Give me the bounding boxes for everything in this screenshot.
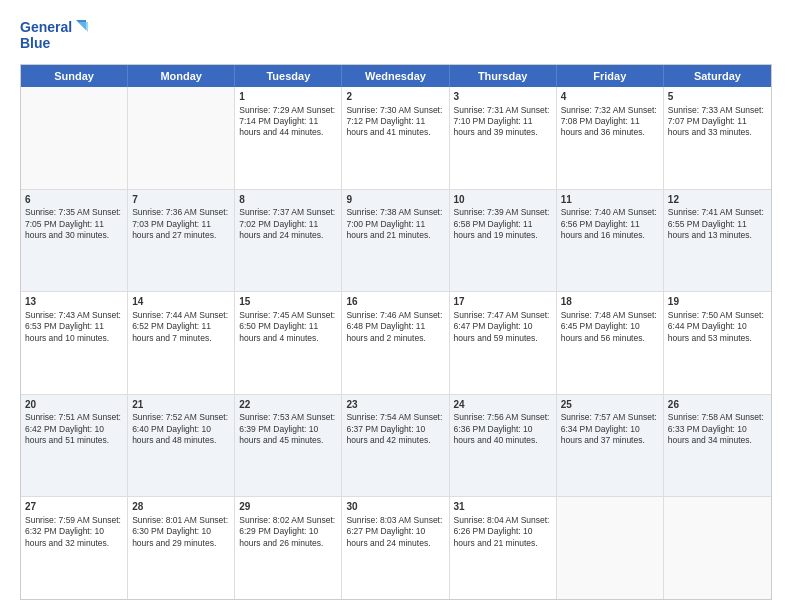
cal-cell: 3Sunrise: 7:31 AM Sunset: 7:10 PM Daylig… [450, 87, 557, 189]
cal-header-friday: Friday [557, 65, 664, 87]
logo: General Blue [20, 16, 90, 54]
day-number: 19 [668, 295, 767, 309]
day-info: Sunrise: 7:50 AM Sunset: 6:44 PM Dayligh… [668, 310, 767, 344]
day-number: 7 [132, 193, 230, 207]
cal-cell: 10Sunrise: 7:39 AM Sunset: 6:58 PM Dayli… [450, 190, 557, 292]
cal-cell: 8Sunrise: 7:37 AM Sunset: 7:02 PM Daylig… [235, 190, 342, 292]
day-number: 31 [454, 500, 552, 514]
cal-cell: 7Sunrise: 7:36 AM Sunset: 7:03 PM Daylig… [128, 190, 235, 292]
cal-cell: 12Sunrise: 7:41 AM Sunset: 6:55 PM Dayli… [664, 190, 771, 292]
day-number: 25 [561, 398, 659, 412]
day-info: Sunrise: 7:53 AM Sunset: 6:39 PM Dayligh… [239, 412, 337, 446]
day-number: 18 [561, 295, 659, 309]
cal-cell: 11Sunrise: 7:40 AM Sunset: 6:56 PM Dayli… [557, 190, 664, 292]
day-info: Sunrise: 7:39 AM Sunset: 6:58 PM Dayligh… [454, 207, 552, 241]
cal-header-monday: Monday [128, 65, 235, 87]
cal-cell: 20Sunrise: 7:51 AM Sunset: 6:42 PM Dayli… [21, 395, 128, 497]
day-info: Sunrise: 7:33 AM Sunset: 7:07 PM Dayligh… [668, 105, 767, 139]
day-number: 5 [668, 90, 767, 104]
cal-cell: 18Sunrise: 7:48 AM Sunset: 6:45 PM Dayli… [557, 292, 664, 394]
day-info: Sunrise: 7:40 AM Sunset: 6:56 PM Dayligh… [561, 207, 659, 241]
day-info: Sunrise: 7:35 AM Sunset: 7:05 PM Dayligh… [25, 207, 123, 241]
cal-cell: 27Sunrise: 7:59 AM Sunset: 6:32 PM Dayli… [21, 497, 128, 599]
cal-cell: 26Sunrise: 7:58 AM Sunset: 6:33 PM Dayli… [664, 395, 771, 497]
day-number: 8 [239, 193, 337, 207]
day-number: 13 [25, 295, 123, 309]
day-number: 28 [132, 500, 230, 514]
cal-cell: 15Sunrise: 7:45 AM Sunset: 6:50 PM Dayli… [235, 292, 342, 394]
cal-cell: 2Sunrise: 7:30 AM Sunset: 7:12 PM Daylig… [342, 87, 449, 189]
day-number: 6 [25, 193, 123, 207]
cal-cell: 22Sunrise: 7:53 AM Sunset: 6:39 PM Dayli… [235, 395, 342, 497]
cal-cell: 1Sunrise: 7:29 AM Sunset: 7:14 PM Daylig… [235, 87, 342, 189]
day-info: Sunrise: 7:43 AM Sunset: 6:53 PM Dayligh… [25, 310, 123, 344]
cal-cell: 13Sunrise: 7:43 AM Sunset: 6:53 PM Dayli… [21, 292, 128, 394]
day-info: Sunrise: 8:04 AM Sunset: 6:26 PM Dayligh… [454, 515, 552, 549]
day-info: Sunrise: 7:59 AM Sunset: 6:32 PM Dayligh… [25, 515, 123, 549]
day-number: 9 [346, 193, 444, 207]
day-number: 1 [239, 90, 337, 104]
day-info: Sunrise: 7:41 AM Sunset: 6:55 PM Dayligh… [668, 207, 767, 241]
day-info: Sunrise: 7:45 AM Sunset: 6:50 PM Dayligh… [239, 310, 337, 344]
day-info: Sunrise: 7:30 AM Sunset: 7:12 PM Dayligh… [346, 105, 444, 139]
day-info: Sunrise: 7:57 AM Sunset: 6:34 PM Dayligh… [561, 412, 659, 446]
day-number: 15 [239, 295, 337, 309]
cal-week-2: 6Sunrise: 7:35 AM Sunset: 7:05 PM Daylig… [21, 190, 771, 293]
day-number: 4 [561, 90, 659, 104]
cal-week-5: 27Sunrise: 7:59 AM Sunset: 6:32 PM Dayli… [21, 497, 771, 599]
svg-text:Blue: Blue [20, 35, 51, 51]
day-info: Sunrise: 7:32 AM Sunset: 7:08 PM Dayligh… [561, 105, 659, 139]
day-info: Sunrise: 7:46 AM Sunset: 6:48 PM Dayligh… [346, 310, 444, 344]
cal-cell: 21Sunrise: 7:52 AM Sunset: 6:40 PM Dayli… [128, 395, 235, 497]
page-header: General Blue [20, 16, 772, 54]
day-info: Sunrise: 7:44 AM Sunset: 6:52 PM Dayligh… [132, 310, 230, 344]
cal-header-saturday: Saturday [664, 65, 771, 87]
cal-cell: 14Sunrise: 7:44 AM Sunset: 6:52 PM Dayli… [128, 292, 235, 394]
day-info: Sunrise: 7:48 AM Sunset: 6:45 PM Dayligh… [561, 310, 659, 344]
cal-cell: 23Sunrise: 7:54 AM Sunset: 6:37 PM Dayli… [342, 395, 449, 497]
cal-header-sunday: Sunday [21, 65, 128, 87]
cal-cell: 31Sunrise: 8:04 AM Sunset: 6:26 PM Dayli… [450, 497, 557, 599]
cal-cell [128, 87, 235, 189]
cal-cell: 28Sunrise: 8:01 AM Sunset: 6:30 PM Dayli… [128, 497, 235, 599]
day-info: Sunrise: 8:01 AM Sunset: 6:30 PM Dayligh… [132, 515, 230, 549]
cal-week-3: 13Sunrise: 7:43 AM Sunset: 6:53 PM Dayli… [21, 292, 771, 395]
day-number: 23 [346, 398, 444, 412]
day-info: Sunrise: 7:52 AM Sunset: 6:40 PM Dayligh… [132, 412, 230, 446]
day-number: 16 [346, 295, 444, 309]
cal-week-1: 1Sunrise: 7:29 AM Sunset: 7:14 PM Daylig… [21, 87, 771, 190]
day-info: Sunrise: 7:56 AM Sunset: 6:36 PM Dayligh… [454, 412, 552, 446]
day-info: Sunrise: 7:54 AM Sunset: 6:37 PM Dayligh… [346, 412, 444, 446]
day-number: 30 [346, 500, 444, 514]
day-info: Sunrise: 7:37 AM Sunset: 7:02 PM Dayligh… [239, 207, 337, 241]
day-number: 21 [132, 398, 230, 412]
day-info: Sunrise: 7:47 AM Sunset: 6:47 PM Dayligh… [454, 310, 552, 344]
day-number: 11 [561, 193, 659, 207]
cal-cell [21, 87, 128, 189]
cal-cell [664, 497, 771, 599]
cal-cell: 4Sunrise: 7:32 AM Sunset: 7:08 PM Daylig… [557, 87, 664, 189]
day-number: 17 [454, 295, 552, 309]
day-info: Sunrise: 7:36 AM Sunset: 7:03 PM Dayligh… [132, 207, 230, 241]
day-number: 20 [25, 398, 123, 412]
cal-cell: 19Sunrise: 7:50 AM Sunset: 6:44 PM Dayli… [664, 292, 771, 394]
svg-marker-3 [78, 22, 88, 32]
cal-cell: 24Sunrise: 7:56 AM Sunset: 6:36 PM Dayli… [450, 395, 557, 497]
day-number: 26 [668, 398, 767, 412]
cal-cell [557, 497, 664, 599]
day-number: 24 [454, 398, 552, 412]
day-number: 14 [132, 295, 230, 309]
day-number: 29 [239, 500, 337, 514]
day-number: 2 [346, 90, 444, 104]
svg-text:General: General [20, 19, 72, 35]
day-info: Sunrise: 7:29 AM Sunset: 7:14 PM Dayligh… [239, 105, 337, 139]
cal-cell: 17Sunrise: 7:47 AM Sunset: 6:47 PM Dayli… [450, 292, 557, 394]
logo-icon: General Blue [20, 16, 90, 54]
calendar-body: 1Sunrise: 7:29 AM Sunset: 7:14 PM Daylig… [21, 87, 771, 599]
calendar: SundayMondayTuesdayWednesdayThursdayFrid… [20, 64, 772, 600]
day-number: 22 [239, 398, 337, 412]
cal-cell: 9Sunrise: 7:38 AM Sunset: 7:00 PM Daylig… [342, 190, 449, 292]
cal-cell: 5Sunrise: 7:33 AM Sunset: 7:07 PM Daylig… [664, 87, 771, 189]
day-number: 27 [25, 500, 123, 514]
day-info: Sunrise: 7:38 AM Sunset: 7:00 PM Dayligh… [346, 207, 444, 241]
